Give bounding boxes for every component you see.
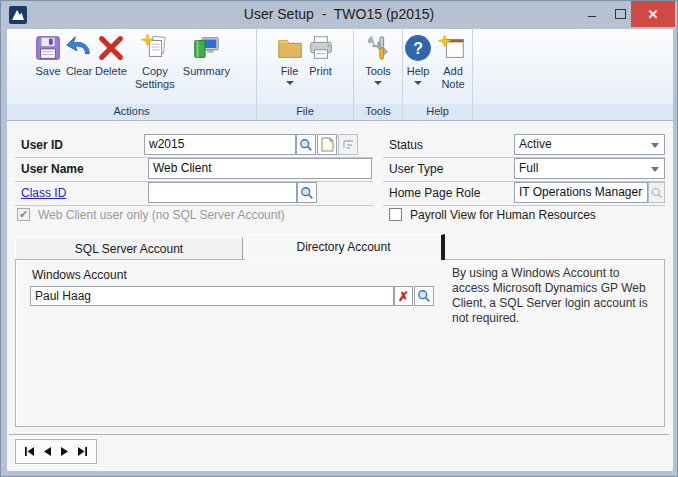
clear-icon [64, 33, 94, 63]
web-client-only-label: Web Client user only (no SQL Server Acco… [38, 208, 285, 222]
home-page-role-field[interactable]: IT Operations Manager [514, 182, 648, 203]
minimize-button[interactable]: – [579, 1, 605, 27]
windows-account-field[interactable]: Paul Haag [30, 286, 394, 306]
user-type-select[interactable]: Full [514, 158, 665, 179]
form-area: User ID w2015 User Name Web Client Class… [7, 121, 673, 471]
summary-icon [191, 33, 221, 63]
windows-account-label: Windows Account [32, 268, 127, 282]
clear-button[interactable]: Clear [64, 33, 94, 78]
lookup-icon [299, 138, 313, 152]
class-id-link[interactable]: Class ID [21, 186, 66, 200]
help-dropdown-icon [414, 81, 422, 85]
clear-windows-account-button[interactable]: ✗ [394, 286, 413, 306]
web-client-only-checkbox: ✔ [17, 208, 30, 221]
maximize-button[interactable] [607, 1, 633, 27]
file-menu-label: File [281, 65, 299, 78]
home-page-role-lookup-button [648, 182, 665, 203]
last-record-button[interactable] [76, 446, 88, 458]
class-id-field[interactable] [148, 182, 297, 203]
first-record-icon [24, 446, 36, 457]
home-page-role-label: Home Page Role [389, 186, 480, 200]
svg-text:?: ? [413, 40, 423, 57]
hierarchy-icon [342, 138, 355, 151]
status-select[interactable]: Active [514, 134, 665, 155]
summary-button[interactable]: Summary [183, 33, 230, 78]
tools-menu-button[interactable]: Tools [363, 33, 393, 85]
delete-icon [96, 33, 126, 63]
folder-icon [275, 33, 305, 63]
payroll-view-checkbox[interactable] [389, 208, 402, 221]
user-type-label: User Type [389, 162, 443, 176]
ribbon-group-actions-label: Actions [7, 103, 256, 120]
windows-account-lookup-button[interactable] [414, 286, 434, 306]
user-id-note-button[interactable] [317, 134, 337, 155]
payroll-view-label: Payroll View for Human Resources [410, 208, 596, 222]
tools-icon [363, 33, 393, 63]
next-record-icon [60, 446, 69, 457]
help-icon: ? [403, 33, 433, 63]
user-type-value: Full [519, 161, 538, 175]
summary-label: Summary [183, 65, 230, 78]
first-record-button[interactable] [24, 446, 36, 458]
delete-button[interactable]: Delete [95, 33, 127, 78]
print-icon [306, 33, 336, 63]
file-menu-button[interactable]: File [275, 33, 305, 85]
save-button[interactable]: Save [33, 33, 63, 78]
copy-settings-icon [140, 33, 170, 63]
class-id-lookup-button[interactable] [297, 182, 317, 203]
chevron-down-icon [651, 167, 659, 172]
user-id-field[interactable]: w2015 [144, 134, 296, 155]
lookup-icon [417, 289, 431, 303]
ribbon-group-tools: Tools Tools [354, 29, 403, 120]
note-icon [321, 137, 334, 152]
clear-label: Clear [66, 65, 92, 78]
check-icon: ✔ [19, 208, 28, 220]
copy-settings-button[interactable]: Copy Settings [128, 33, 182, 91]
print-label: Print [309, 65, 332, 78]
record-navigation [15, 439, 97, 464]
previous-record-button[interactable] [41, 446, 53, 458]
last-record-icon [76, 446, 88, 457]
windows-account-help-text: By using a Windows Account to access Mic… [452, 266, 652, 326]
window-title: User Setup - TWO15 (p2015) [1, 6, 677, 22]
help-menu-button[interactable]: ? Help [403, 33, 433, 85]
close-icon: ✕ [648, 7, 659, 22]
help-menu-label: Help [407, 65, 430, 78]
ribbon: Save Clear Delete [7, 29, 673, 121]
chevron-down-icon [651, 143, 659, 148]
status-value: Active [519, 137, 552, 151]
ribbon-group-tools-label: Tools [354, 103, 402, 120]
save-label: Save [36, 65, 61, 78]
ribbon-group-file-label: File [257, 103, 353, 120]
user-id-label: User ID [21, 138, 63, 152]
copy-settings-label: Copy Settings [128, 65, 182, 91]
user-id-expansion-button [338, 134, 358, 155]
delete-label: Delete [95, 65, 127, 78]
user-name-field[interactable]: Web Client [148, 158, 372, 179]
user-name-label: User Name [21, 162, 84, 176]
add-note-icon [438, 33, 468, 63]
save-icon [33, 33, 63, 63]
tab-sql-server-account[interactable]: SQL Server Account [15, 237, 243, 260]
lookup-disabled-icon [651, 187, 663, 199]
previous-record-icon [43, 446, 52, 457]
file-dropdown-icon [286, 81, 294, 85]
print-button[interactable]: Print [306, 33, 336, 78]
close-button[interactable]: ✕ [631, 1, 675, 27]
minimize-icon: – [588, 6, 596, 23]
title-bar[interactable]: User Setup - TWO15 (p2015) – ✕ [1, 1, 677, 29]
ribbon-group-actions: Save Clear Delete [7, 29, 257, 120]
clear-x-icon: ✗ [398, 289, 409, 304]
ribbon-group-help: ? Help Add Note Help [403, 29, 473, 120]
next-record-button[interactable] [59, 446, 71, 458]
divider [383, 205, 665, 206]
tab-directory-account[interactable]: Directory Account [245, 234, 445, 260]
add-note-button[interactable]: Add Note [434, 33, 472, 91]
tools-menu-label: Tools [365, 65, 391, 78]
tools-dropdown-icon [374, 81, 382, 85]
user-id-lookup-button[interactable] [296, 134, 316, 155]
status-label: Status [389, 138, 423, 152]
user-setup-window: User Setup - TWO15 (p2015) – ✕ [0, 0, 678, 477]
divider [9, 434, 669, 435]
directory-account-panel: Windows Account Paul Haag ✗ By using a W… [15, 259, 665, 427]
